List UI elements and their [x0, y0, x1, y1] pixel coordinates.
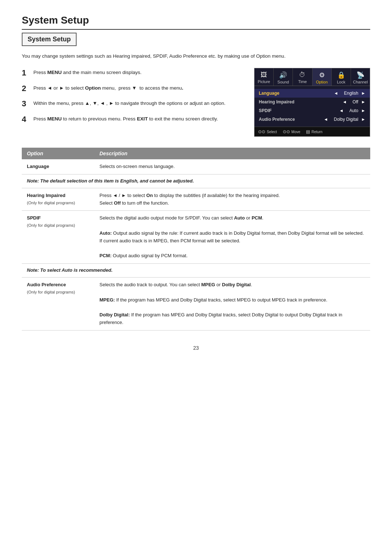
footer-move: ⊙⊙ Move — [283, 129, 300, 134]
channel-tab-label: Channel — [353, 80, 368, 84]
desc-audio: Selects the audio track to output. You c… — [94, 278, 370, 331]
menu-row-hearing[interactable]: Hearing Impaired ◄ Off ► — [254, 98, 370, 106]
footer-select: ⊙⊙ Select — [258, 129, 277, 134]
note-spdif-text: Note: To select Auto is recommended. — [22, 264, 370, 278]
table-body: Language Selects on-screen menus languag… — [22, 159, 370, 330]
option-tab-label: Option — [316, 80, 327, 84]
spdif-label: SPDIF — [259, 108, 339, 113]
desc-hearing: Press ◄ / ► to select On to display the … — [94, 188, 370, 211]
audio-arrow-left: ◄ — [324, 117, 328, 122]
picture-icon: 🖼 — [256, 71, 272, 79]
spdif-sub-label: (Only for digital programs) — [27, 222, 89, 229]
page-number: 23 — [22, 345, 370, 351]
note-language-text: Note: The default selection of this item… — [22, 175, 370, 188]
page-title: System Setup — [22, 15, 370, 30]
language-label: Language — [259, 91, 334, 96]
sound-icon: 🔊 — [275, 71, 291, 79]
audio-value: Dolby Digital — [334, 117, 358, 122]
menu-row-spdif[interactable]: SPDIF ◄ Auto ► — [254, 106, 370, 115]
hearing-label: Hearing Impaired — [259, 99, 342, 104]
steps-and-menu: 1 Press MENU and the main menu screen di… — [22, 68, 370, 137]
hearing-arrow-right: ► — [361, 99, 366, 104]
menu-tab-picture[interactable]: 🖼 Picture — [254, 68, 274, 86]
menu-footer: ⊙⊙ Select ⊙⊙ Move ▤ Return — [254, 127, 370, 136]
step-4-text: Press MENU to return to previous menu. P… — [33, 114, 218, 123]
move-label: Move — [291, 130, 300, 134]
menu-tab-channel[interactable]: 📡 Channel — [351, 68, 370, 86]
menu-tab-lock[interactable]: 🔒 Lock — [332, 68, 351, 86]
step-4: 4 Press MENU to return to previous menu.… — [22, 114, 243, 125]
menu-tab-time[interactable]: ⏱ Time — [293, 68, 312, 86]
steps-list: 1 Press MENU and the main menu screen di… — [22, 68, 243, 137]
intro-text: You may change system settings such as H… — [22, 53, 370, 60]
section-heading: System Setup — [28, 36, 71, 43]
language-arrow-left: ◄ — [334, 91, 338, 96]
table-row: Language Selects on-screen menus languag… — [22, 159, 370, 174]
step-3: 3 Within the menu, press ▲, ▼, ◄ , ► to … — [22, 99, 243, 109]
table-row-spdif: SPDIF (Only for digital programs) Select… — [22, 211, 370, 264]
step-1-text: Press MENU and the main menu screen disp… — [33, 68, 142, 77]
spdif-arrow-right: ► — [361, 108, 366, 113]
menu-mockup: 🖼 Picture 🔊 Sound ⏱ Time ⚙ Option 🔒 Lock… — [254, 68, 370, 137]
table-row-hearing: Hearing Impaired (Only for digital progr… — [22, 188, 370, 211]
return-label: Return — [311, 130, 322, 134]
language-value: English — [344, 91, 358, 96]
section-box: System Setup — [22, 33, 77, 46]
menu-row-language[interactable]: Language ◄ English ► — [254, 89, 370, 98]
step-1: 1 Press MENU and the main menu screen di… — [22, 68, 243, 78]
select-label: Select — [267, 130, 277, 134]
step-3-number: 3 — [22, 99, 29, 109]
table-header: Option Description — [22, 148, 370, 159]
table-header-row: Option Description — [22, 148, 370, 159]
menu-tabs: 🖼 Picture 🔊 Sound ⏱ Time ⚙ Option 🔒 Lock… — [254, 68, 370, 86]
step-3-text: Within the menu, press ▲, ▼, ◄ , ► to na… — [33, 99, 225, 107]
spdif-arrow-left: ◄ — [339, 108, 344, 113]
select-icon: ⊙⊙ — [258, 129, 265, 134]
step-4-number: 4 — [22, 114, 29, 125]
desc-spdif: Selects the digital audio output mode fo… — [94, 211, 370, 264]
sound-tab-label: Sound — [277, 80, 289, 84]
audio-label: Audio Preference — [259, 117, 324, 122]
picture-tab-label: Picture — [258, 79, 270, 84]
lock-tab-label: Lock — [337, 80, 345, 84]
menu-rows: Language ◄ English ► Hearing Impaired ◄ … — [254, 86, 370, 127]
hearing-value: Off — [352, 99, 358, 104]
hearing-arrow-left: ◄ — [342, 99, 347, 104]
table-row-note-language: Note: The default selection of this item… — [22, 175, 370, 188]
time-tab-label: Time — [298, 79, 307, 84]
table-row-audio: Audio Preference (Only for digital progr… — [22, 278, 370, 331]
menu-tab-option[interactable]: ⚙ Option — [313, 68, 332, 86]
desc-language: Selects on-screen menus language. — [94, 159, 370, 174]
language-arrow-right: ► — [361, 91, 366, 96]
option-language: Language — [22, 159, 94, 174]
option-icon: ⚙ — [314, 71, 330, 79]
step-1-number: 1 — [22, 68, 29, 78]
hearing-sub-label: (Only for digital programs) — [27, 200, 89, 206]
move-icon: ⊙⊙ — [283, 129, 290, 134]
audio-sub-label: (Only for digital programs) — [27, 289, 89, 295]
channel-icon: 📡 — [352, 71, 368, 79]
option-table: Option Description Language Selects on-s… — [22, 148, 370, 331]
step-2: 2 Press ◄ or ► to select Option menu, pr… — [22, 83, 243, 94]
menu-tab-sound[interactable]: 🔊 Sound — [274, 68, 293, 86]
option-hearing: Hearing Impaired (Only for digital progr… — [22, 188, 94, 211]
lock-icon: 🔒 — [333, 71, 349, 79]
menu-row-audio[interactable]: Audio Preference ◄ Dolby Digital ► — [254, 115, 370, 124]
table-row-note-spdif: Note: To select Auto is recommended. — [22, 264, 370, 278]
time-icon: ⏱ — [294, 71, 310, 79]
col-option-header: Option — [22, 148, 94, 159]
spdif-value: Auto — [349, 108, 358, 113]
footer-return: ▤ Return — [306, 129, 322, 134]
col-description-header: Description — [94, 148, 370, 159]
option-spdif: SPDIF (Only for digital programs) — [22, 211, 94, 264]
audio-arrow-right: ► — [361, 117, 366, 122]
step-2-number: 2 — [22, 83, 29, 94]
option-audio: Audio Preference (Only for digital progr… — [22, 278, 94, 331]
step-2-text: Press ◄ or ► to select Option menu, pres… — [33, 83, 183, 92]
return-icon: ▤ — [306, 129, 310, 134]
